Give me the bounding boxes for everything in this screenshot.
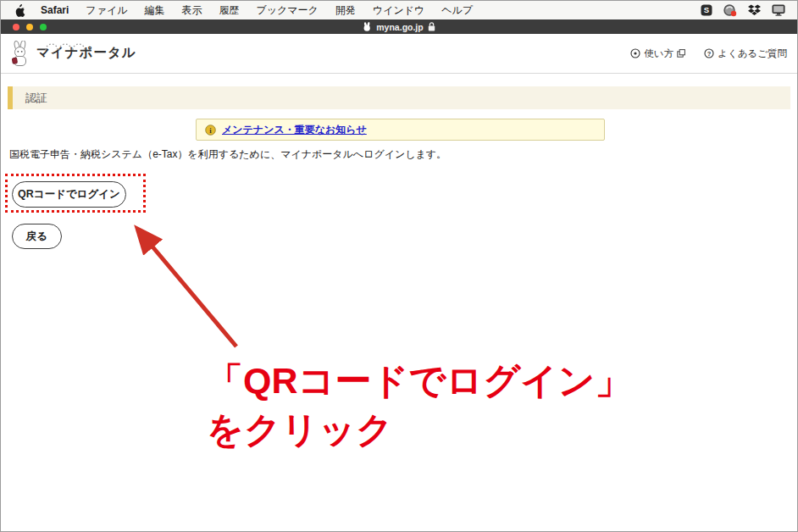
svg-text:S: S [704, 5, 709, 14]
maintenance-notice-box: i メンテナンス・重要なお知らせ [196, 119, 605, 141]
screen-recorder-icon[interactable] [723, 4, 737, 17]
qr-login-button[interactable]: QRコードでログイン [12, 181, 126, 208]
usage-link-label: 使い方 [644, 47, 673, 60]
annotation-text: 「QRコードでログイン」 をクリック [207, 356, 632, 454]
myna-portal-logo[interactable]: マイナポータル [9, 41, 136, 67]
screenshot-root: Safari ファイル 編集 表示 履歴 ブックマーク 開発 ウインドウ ヘルプ… [0, 0, 798, 532]
myna-rabbit-mascot-icon [9, 41, 33, 67]
external-link-icon [677, 49, 685, 58]
faq-link-label: よくあるご質問 [718, 47, 787, 60]
annotation-text-line2: をクリック [207, 405, 632, 454]
minimize-window-button[interactable] [26, 24, 33, 30]
menu-item-bookmarks[interactable]: ブックマーク [247, 3, 326, 18]
close-window-button[interactable] [13, 24, 19, 30]
question-circle-icon: ? [704, 48, 714, 58]
menu-item-help[interactable]: ヘルプ [433, 3, 481, 18]
lock-icon [428, 22, 435, 31]
login-description: 国税電子申告・納税システム（e-Tax）を利用するために、マイナポータルへログイ… [9, 147, 446, 162]
site-header: マイナポータル 使い方 [1, 34, 797, 74]
menu-item-file[interactable]: ファイル [77, 3, 136, 18]
menu-item-develop[interactable]: 開発 [327, 3, 364, 18]
address-bar-url: myna.go.jp [376, 22, 423, 32]
faq-link[interactable]: ? よくあるご質問 [704, 47, 787, 60]
address-bar[interactable]: myna.go.jp [363, 22, 435, 32]
info-icon: i [205, 125, 216, 136]
svg-text:?: ? [707, 50, 712, 58]
zoom-window-button[interactable] [40, 24, 47, 30]
menu-item-safari[interactable]: Safari [32, 4, 77, 16]
maintenance-notice-link[interactable]: メンテナンス・重要なお知らせ [222, 123, 367, 137]
circled-dot-icon [630, 48, 640, 58]
apple-menu-icon[interactable] [9, 4, 32, 17]
menu-item-view[interactable]: 表示 [173, 3, 210, 18]
usage-link[interactable]: 使い方 [630, 47, 685, 60]
window-controls[interactable] [13, 24, 47, 30]
menu-item-edit[interactable]: 編集 [136, 3, 173, 18]
browser-titlebar: myna.go.jp [1, 19, 797, 34]
skype-app-icon[interactable]: S [701, 4, 712, 16]
annotation-text-line1: 「QRコードでログイン」 [207, 356, 632, 405]
page-heading-bar: 認証 [8, 86, 790, 109]
dropbox-icon[interactable] [748, 4, 761, 16]
page-title: 認証 [25, 91, 47, 106]
macos-menubar: Safari ファイル 編集 表示 履歴 ブックマーク 開発 ウインドウ ヘルプ… [1, 1, 797, 19]
menu-item-window[interactable]: ウインドウ [364, 3, 433, 18]
back-button[interactable]: 戻る [12, 224, 62, 249]
logo-dotted-arcs [43, 42, 87, 51]
site-favicon-rabbit-icon [363, 22, 372, 32]
displays-icon[interactable] [772, 4, 785, 16]
menu-item-history[interactable]: 履歴 [210, 3, 247, 18]
